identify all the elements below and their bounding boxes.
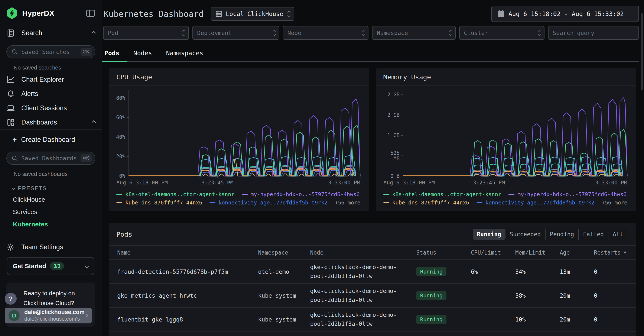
pod-row[interactable]: fluentbit-gke-lggq8kube-systemgke-clicks… bbox=[109, 308, 636, 331]
brand-name: HyperDX bbox=[22, 9, 54, 18]
filter-label: Deployment bbox=[197, 30, 272, 36]
search-icon bbox=[12, 49, 18, 55]
chart-explorer-label: Chart Explorer bbox=[21, 76, 64, 83]
name-cell: fluentbit-gke-lggq8 bbox=[117, 316, 258, 323]
select-chevrons-icon bbox=[450, 30, 452, 36]
cpu-cell: 6% bbox=[471, 268, 515, 275]
get-started-button[interactable]: Get Started 3/3 bbox=[7, 257, 94, 275]
column-header-status[interactable]: Status bbox=[416, 249, 471, 256]
time-range-picker[interactable]: Aug 6 15:18:02 - Aug 6 15:33:02 bbox=[492, 6, 639, 22]
saved-searches-input[interactable]: ⌘K bbox=[6, 45, 95, 58]
no-saved-dashboards-text: No saved dashboards bbox=[0, 165, 102, 179]
get-started-progress-badge: 3/3 bbox=[50, 262, 64, 270]
status-filter-succeeded[interactable]: Succeeded bbox=[506, 229, 545, 240]
pod-row[interactable]: gke-metrics-agent-hrwtckube-systemgke-cl… bbox=[109, 284, 636, 308]
select-chevrons-icon bbox=[362, 30, 364, 36]
filter-select-cluster[interactable]: Cluster bbox=[459, 26, 544, 40]
column-header-node[interactable]: Node bbox=[310, 249, 416, 256]
tab-pods[interactable]: Pods bbox=[104, 46, 120, 61]
memory-usage-panel: Memory Usage 2 GB2 GB1 GB525MB0 BAug 6 3… bbox=[376, 69, 636, 211]
sidebar-item-search[interactable]: Search bbox=[0, 27, 102, 40]
node-cell: gke-clickstack-demo-demo- pool-2d2b1f3a-… bbox=[310, 310, 416, 328]
status-filter-running[interactable]: Running bbox=[473, 229, 506, 240]
status-filter-all[interactable]: All bbox=[608, 229, 628, 240]
column-header-name[interactable]: Name bbox=[117, 249, 258, 256]
legend-item[interactable]: my-hyperdx-hdx-o..-57975fcd6-4hws6 bbox=[242, 191, 360, 197]
sidebar-item-client-sessions[interactable]: Client Sessions bbox=[0, 101, 102, 115]
restarts-cell: 0 bbox=[594, 292, 628, 299]
user-menu[interactable]: D dale@clickhouse.com dale@clickhouse.co… bbox=[5, 308, 92, 323]
sidebar-item-chart-explorer[interactable]: Chart Explorer bbox=[0, 72, 102, 87]
datasource-select[interactable]: Local ClickHouse bbox=[211, 7, 294, 21]
legend-item[interactable]: konnectivity-age..77dfdd8f5b-t9rk2 bbox=[476, 200, 594, 206]
x-tick-label: 3:33:00 PM bbox=[328, 180, 360, 186]
age-cell: 20m bbox=[560, 292, 594, 299]
pods-panel: Pods RunningSucceededPendingFailedAll Na… bbox=[109, 223, 636, 336]
filter-select-node[interactable]: Node bbox=[283, 26, 368, 40]
memory-usage-title: Memory Usage bbox=[383, 73, 431, 81]
sidebar-item-alerts[interactable]: Alerts bbox=[0, 87, 102, 101]
legend-item[interactable]: k8s-otel-daemons..ctor-agent-ksnnr bbox=[383, 191, 502, 197]
column-header-namespace[interactable]: Namespace bbox=[258, 249, 310, 256]
age-cell: 20m bbox=[560, 316, 594, 323]
legend-more-link[interactable]: +56 more bbox=[602, 200, 627, 206]
legend-label: kube-dns-876ff9ff7-44nx6 bbox=[392, 200, 469, 206]
select-chevrons-icon bbox=[273, 30, 275, 36]
laptop-icon bbox=[6, 104, 15, 112]
presets-toggle[interactable]: PRESETS bbox=[0, 179, 102, 193]
legend-swatch bbox=[383, 194, 389, 195]
legend-more-link[interactable]: +56 more bbox=[335, 200, 360, 206]
divider bbox=[0, 129, 102, 130]
status-filter-failed[interactable]: Failed bbox=[578, 229, 608, 240]
help-button[interactable]: ? bbox=[5, 293, 16, 305]
status-filter-pending[interactable]: Pending bbox=[545, 229, 578, 240]
node-cell: gke-clickstack-demo-demo- pool-2d2b1f3a-… bbox=[310, 263, 416, 280]
x-tick-label: 3:23:45 PM bbox=[202, 180, 234, 186]
preset-item-clickhouse[interactable]: ClickHouse bbox=[0, 193, 102, 206]
shortcut-badge: ⌘K bbox=[80, 48, 92, 56]
cpu-cell: - bbox=[471, 292, 515, 299]
status-cell: Running bbox=[416, 291, 471, 300]
series-k8s-otel-daemons..ctor-agent-ksnnr bbox=[472, 129, 627, 176]
legend-item[interactable]: my-hyperdx-hdx-o..-57975fcd6-4hws6 bbox=[508, 191, 626, 197]
pod-row[interactable]: gke-clickstack-demo-demo- bbox=[109, 331, 636, 336]
filter-select-deployment[interactable]: Deployment bbox=[192, 26, 279, 40]
column-header-restarts[interactable]: Restarts bbox=[594, 249, 628, 256]
preset-item-services[interactable]: Services bbox=[0, 206, 102, 218]
column-header-cpu-limit[interactable]: CPU/Limit bbox=[471, 249, 515, 256]
namespace-cell: otel-demo bbox=[258, 268, 310, 275]
tab-namespaces[interactable]: Namespaces bbox=[165, 46, 204, 61]
search-query-input[interactable] bbox=[548, 26, 639, 40]
legend-item[interactable]: k8s-otel-daemons..ctor-agent-ksnnr bbox=[116, 191, 234, 197]
legend-item[interactable]: konnectivity-age..77dfdd8f5b-t9rk2 bbox=[210, 200, 328, 206]
page-header: Kubernetes Dashboard Local ClickHouse Au… bbox=[103, 0, 639, 22]
filter-select-namespace[interactable]: Namespace bbox=[372, 26, 456, 40]
preset-item-kubernetes[interactable]: Kubernetes bbox=[0, 218, 102, 230]
y-tick-label: 1 GB bbox=[387, 132, 400, 138]
legend-item[interactable]: kube-dns-876ff9ff7-44nx6 bbox=[116, 200, 202, 206]
saved-searches-field[interactable] bbox=[21, 49, 80, 55]
saved-dashboards-input[interactable]: ⌘K bbox=[6, 152, 95, 165]
y-tick-label: 525MB bbox=[390, 150, 399, 162]
user-email: dale@clickhouse.com bbox=[24, 309, 84, 315]
legend-label: k8s-otel-daemons..ctor-agent-ksnnr bbox=[125, 191, 234, 197]
filter-select-pod[interactable]: Pod bbox=[103, 26, 189, 40]
column-header-age[interactable]: Age bbox=[560, 249, 594, 256]
legend-item[interactable]: kube-dns-876ff9ff7-44nx6 bbox=[383, 200, 469, 206]
series-#54c8ee bbox=[472, 157, 623, 176]
x-tick-label: 3:33:00 PM bbox=[595, 180, 627, 186]
column-header-mem-limit[interactable]: Mem/Limit bbox=[515, 249, 560, 256]
sidebar-item-team-settings[interactable]: Team Settings bbox=[0, 240, 102, 254]
scrollbar-thumb[interactable] bbox=[641, 13, 643, 90]
datasource-value: Local ClickHouse bbox=[226, 11, 284, 18]
sidebar-item-dashboards[interactable]: Dashboards bbox=[0, 115, 102, 129]
pod-row[interactable]: fraud-detection-55776d678b-p7f5motel-dem… bbox=[109, 260, 636, 284]
tab-nodes[interactable]: Nodes bbox=[132, 46, 153, 61]
pods-panel-title: Pods bbox=[116, 230, 132, 238]
sidebar-collapse-icon[interactable] bbox=[86, 9, 95, 18]
create-dashboard-button[interactable]: + Create Dashboard bbox=[0, 133, 102, 146]
saved-dashboards-field[interactable] bbox=[21, 155, 80, 162]
y-tick-label: 40% bbox=[116, 134, 126, 140]
status-badge: Running bbox=[416, 267, 446, 276]
chart-explorer-icon bbox=[6, 76, 15, 84]
